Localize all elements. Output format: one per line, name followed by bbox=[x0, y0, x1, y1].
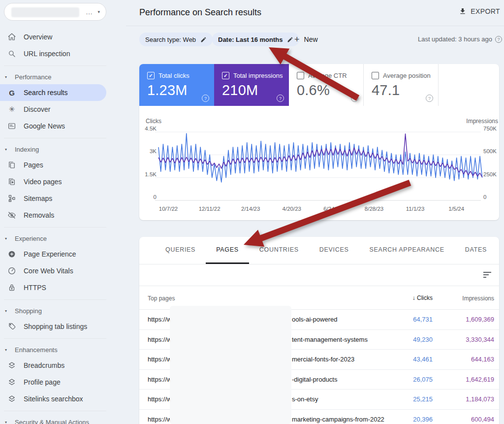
news-icon bbox=[7, 121, 17, 131]
help-icon[interactable]: ? bbox=[426, 95, 433, 102]
tab-pages[interactable]: PAGES bbox=[206, 237, 249, 264]
tab-countries[interactable]: COUNTRIES bbox=[249, 237, 309, 264]
sidebar-item-sitemaps[interactable]: Sitemaps bbox=[0, 190, 106, 207]
page-url-suffix: marketing-campaigns-from-2022 bbox=[292, 410, 384, 424]
help-icon[interactable]: ? bbox=[202, 95, 209, 102]
layers-icon bbox=[7, 394, 17, 404]
filter-icon[interactable] bbox=[483, 272, 491, 279]
impressions-value: 3,330,344 bbox=[466, 330, 494, 350]
metric-tile-total-impressions[interactable]: ✓Total impressions210M? bbox=[214, 64, 289, 106]
sidebar-divider bbox=[4, 299, 106, 300]
metric-tile-average-position[interactable]: Average position47.1? bbox=[364, 64, 439, 106]
sidebar-item-breadcrumbs[interactable]: Breadcrumbs bbox=[0, 357, 106, 374]
checkbox-checked-icon[interactable]: ✓ bbox=[222, 72, 229, 79]
sidebar-item-label: HTTPS bbox=[24, 284, 46, 292]
sidebar-item-search-results[interactable]: GSearch results bbox=[0, 84, 106, 101]
metric-label: Total clicks bbox=[158, 72, 189, 79]
impressions-value: 644,163 bbox=[471, 350, 494, 370]
sidebar-divider bbox=[4, 338, 106, 339]
sidebar-item-label: Pages bbox=[24, 161, 43, 169]
chevron-down-icon: ▾ bbox=[5, 75, 11, 79]
home-icon bbox=[7, 32, 17, 42]
sidebar-item-overview[interactable]: Overview bbox=[0, 29, 106, 45]
section-label: Indexing bbox=[15, 146, 39, 153]
metric-tile-total-clicks[interactable]: ✓Total clicks1.23M? bbox=[139, 64, 214, 106]
help-icon[interactable]: ? bbox=[277, 95, 284, 102]
tab-dates[interactable]: DATES bbox=[455, 237, 497, 264]
sidebar-item-label: Shopping tab listings bbox=[24, 323, 87, 330]
sidebar-item-label: Breadcrumbs bbox=[24, 361, 64, 369]
col-clicks-sort[interactable]: ↓ Clicks bbox=[412, 294, 433, 301]
redacted-property-name bbox=[11, 7, 79, 17]
sidebar-section-security-manual-actions[interactable]: ▾Security & Manual Actions bbox=[0, 415, 126, 424]
sidebar-section-performance[interactable]: ▾Performance bbox=[0, 69, 126, 84]
pages-icon bbox=[7, 160, 17, 170]
page-url-prefix: https://w bbox=[148, 370, 171, 390]
edit-pencil-icon bbox=[287, 36, 293, 43]
last-updated-status: Last updated: 3 hours ago ? bbox=[418, 35, 502, 43]
sidebar-item-profile-page[interactable]: Profile page bbox=[0, 374, 106, 391]
sidebar-section-indexing[interactable]: ▾Indexing bbox=[0, 142, 126, 157]
sidebar-item-shopping-tab-listings[interactable]: Shopping tab listings bbox=[0, 318, 106, 335]
sidebar-item-google-news[interactable]: Google News bbox=[0, 118, 106, 134]
sidebar-item-removals[interactable]: Removals bbox=[0, 207, 106, 224]
search-console-performance-page: ... ▾ OverviewURL inspection▾Performance… bbox=[0, 0, 504, 424]
tab-queries[interactable]: QUERIES bbox=[155, 237, 206, 264]
checkbox-unchecked-icon[interactable] bbox=[297, 72, 304, 79]
metric-tile-average-ctr[interactable]: Average CTR0.6%? bbox=[289, 64, 364, 106]
sidebar-item-pages[interactable]: Pages bbox=[0, 157, 106, 173]
sidebar-divider bbox=[4, 227, 106, 228]
page-url-prefix: https://w bbox=[148, 390, 171, 410]
sidebar-item-video-pages[interactable]: Video pages bbox=[0, 173, 106, 190]
page-title: Performance on Search results bbox=[139, 7, 261, 18]
sidebar-divider bbox=[4, 65, 106, 66]
sidebar-item-discover[interactable]: ✳Discover bbox=[0, 101, 106, 118]
sidebar-item-page-experience[interactable]: Page Experience bbox=[0, 246, 106, 262]
tag-icon bbox=[7, 322, 17, 331]
help-icon[interactable]: ? bbox=[495, 36, 502, 43]
section-label: Shopping bbox=[15, 307, 42, 315]
sidebar-item-label: Video pages bbox=[24, 178, 62, 186]
sidebar-section-experience[interactable]: ▾Experience bbox=[0, 231, 126, 246]
page-url-suffix: s-on-etsy bbox=[292, 390, 318, 410]
section-label: Enhancements bbox=[15, 346, 58, 354]
help-icon[interactable]: ? bbox=[351, 95, 358, 102]
clicks-value: 49,230 bbox=[413, 330, 433, 350]
page-exp-icon bbox=[7, 249, 17, 259]
sidebar-divider bbox=[4, 138, 106, 138]
new-filter-button[interactable]: + New bbox=[294, 33, 318, 46]
export-button[interactable]: EXPORT bbox=[459, 7, 500, 15]
sidebar-section-shopping[interactable]: ▾Shopping bbox=[0, 303, 126, 318]
section-label: Experience bbox=[15, 235, 47, 242]
table-filter-row bbox=[139, 265, 499, 286]
sidebar-section-enhancements[interactable]: ▾Enhancements bbox=[0, 342, 126, 357]
property-selector[interactable]: ... ▾ bbox=[4, 3, 106, 21]
removals-icon bbox=[7, 210, 17, 220]
sidebar-item-label: Page Experience bbox=[24, 250, 76, 258]
sidebar-item-sitelinks-searchbox[interactable]: Sitelinks searchbox bbox=[0, 391, 106, 407]
impressions-value: 600,494 bbox=[471, 410, 494, 424]
property-ellipsis: ... bbox=[86, 8, 93, 16]
page-url-prefix: https://w bbox=[148, 350, 171, 370]
tab-devices[interactable]: DEVICES bbox=[309, 237, 359, 264]
layers-icon bbox=[7, 377, 17, 387]
search-type-chip[interactable]: Search type: Web bbox=[139, 33, 213, 46]
chevron-down-icon: ▾ bbox=[97, 9, 100, 14]
clicks-impressions-chart bbox=[145, 123, 490, 207]
sidebar-item-url-inspection[interactable]: URL inspection bbox=[0, 45, 106, 62]
date-range-chip[interactable]: Date: Last 16 months bbox=[212, 33, 299, 46]
sitemaps-icon bbox=[7, 194, 17, 203]
sidebar-item-https[interactable]: HTTPS bbox=[0, 279, 106, 296]
sidebar-item-label: Removals bbox=[24, 211, 54, 219]
checkbox-unchecked-icon[interactable] bbox=[372, 72, 379, 79]
sidebar-item-label: Google News bbox=[24, 122, 65, 130]
sidebar-item-core-web-vitals[interactable]: Core Web Vitals bbox=[0, 262, 106, 279]
checkbox-checked-icon[interactable]: ✓ bbox=[147, 72, 155, 79]
col-impressions[interactable]: Impressions bbox=[462, 295, 494, 302]
edit-pencil-icon bbox=[200, 36, 207, 43]
tab-search-appearance[interactable]: SEARCH APPEARANCE bbox=[359, 237, 455, 264]
sidebar-nav: OverviewURL inspection▾PerformanceGSearc… bbox=[0, 29, 126, 424]
section-label: Security & Manual Actions bbox=[15, 419, 89, 424]
clicks-value: 43,461 bbox=[413, 350, 433, 370]
clicks-value: 25,215 bbox=[413, 390, 433, 410]
